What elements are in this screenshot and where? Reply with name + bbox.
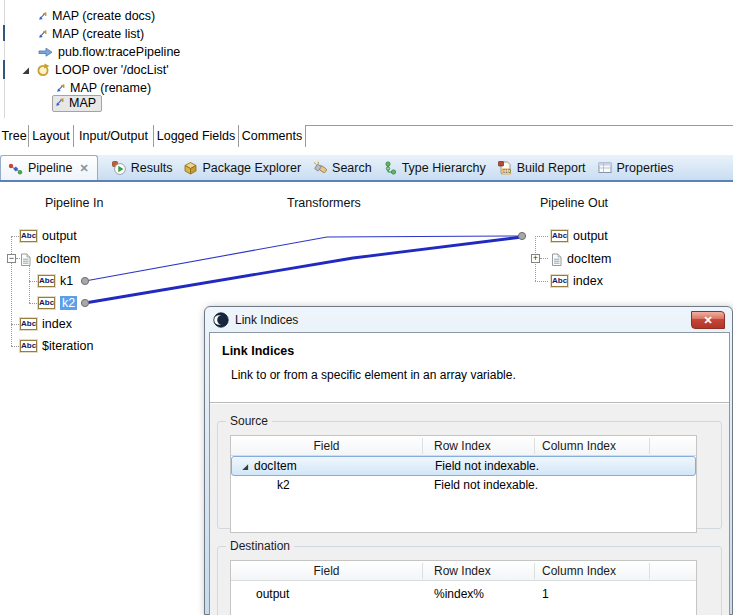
link-endpoint-output[interactable] [518,232,525,239]
type-hierarchy-icon [384,161,397,175]
column-header-row-index[interactable]: Row Index [434,561,491,581]
flow-step-trace-pipeline[interactable]: pub.flow:tracePipeline [38,43,180,61]
expanded-triangle-icon[interactable] [241,463,249,471]
tree-connector [540,258,548,259]
source-table: Field Row Index Column Index docItem Fie… [230,435,697,533]
close-icon[interactable]: ✕ [77,162,88,175]
source-table-header: Field Row Index Column Index [231,436,696,456]
flow-step-label: pub.flow:tracePipeline [58,45,180,59]
expand-plus-box[interactable]: + [531,254,540,263]
field-label: output [573,229,608,243]
pipeline-in-row-k2-selected[interactable]: Abc k2 [38,295,77,311]
table-empty-space [231,605,696,615]
package-explorer-icon [184,161,197,175]
document-icon [20,253,31,266]
flow-step-map-selected[interactable]: MAP [52,94,102,112]
tab-comments[interactable]: Comments [239,125,306,147]
tree-connector [535,236,548,237]
column-separator[interactable] [534,438,535,454]
column-header-field[interactable]: Field [231,561,422,581]
dialog-description: Link to or from a specific element in an… [231,368,516,382]
flow-editor-tree: MAP (create docs) MAP (create list) pub.… [0,0,733,125]
expanded-triangle-icon[interactable] [21,66,30,75]
field-label: k1 [60,274,73,288]
tab-results[interactable]: Results [106,155,179,180]
link-line-k2-output-selected[interactable] [85,237,522,303]
tab-build-report[interactable]: Build Report [492,155,592,180]
table-empty-space [231,496,696,532]
column-header-pipeline-out: Pipeline Out [540,196,608,210]
string-abc-icon: Abc [551,275,568,287]
string-abc-icon: Abc [20,230,37,242]
collapse-minus-box[interactable]: − [7,254,16,263]
pipeline-in-row-k1[interactable]: Abc k1 [38,273,73,289]
pipeline-out-row-index[interactable]: Abc index [551,273,603,289]
destination-row-output[interactable]: output %index% 1 [231,581,696,605]
results-icon [112,161,126,175]
destination-table-header: Field Row Index Column Index [231,561,696,581]
editor-margin-ruler [4,0,5,118]
string-abc-icon: Abc [20,318,37,330]
column-separator[interactable] [422,438,423,454]
column-header-transformers: Transformers [287,196,361,210]
destination-group-label: Destination [226,539,294,553]
margin-mark [3,25,5,41]
link-line-k1-output[interactable] [85,236,522,281]
dialog-header: Link Indices Link to or from a specific … [210,333,729,403]
destination-group: Destination Field Row Index Column Index… [217,546,722,615]
flow-step-label: MAP (rename) [70,81,151,95]
cell-row-index: %index% [434,585,484,605]
flow-step-label: MAP (create list) [52,27,144,41]
tab-label: Logged Fields [157,129,236,143]
column-header-column-index[interactable]: Column Index [542,561,616,581]
tab-input-output[interactable]: Input/Output [74,125,154,147]
tab-properties[interactable]: Properties [592,155,680,180]
pipeline-in-row-docitem[interactable]: docItem [20,251,80,267]
tab-label: Package Explorer [202,161,301,175]
source-group-label: Source [226,414,272,428]
source-group: Source Field Row Index Column Index docI… [217,421,722,529]
flow-step-map-create-docs[interactable]: MAP (create docs) [38,7,155,25]
string-abc-icon: Abc [38,275,55,287]
tab-tree[interactable]: Tree [0,125,29,147]
tab-label: Properties [617,161,674,175]
link-endpoint-k1[interactable] [81,277,88,284]
tree-connector [11,324,19,325]
tab-layout[interactable]: Layout [29,125,74,147]
pipeline-in-row-output[interactable]: Abc output [20,228,77,244]
view-tab-bar: Pipeline ✕ Results Package Explorer Sear… [0,155,733,182]
column-separator[interactable] [534,563,535,579]
pipeline-in-row-index[interactable]: Abc index [20,316,72,332]
tree-connector [535,281,548,282]
source-row-k2[interactable]: k2 Field not indexable. [231,476,696,496]
destination-table: Field Row Index Column Index output %ind… [230,560,697,615]
dialog-titlebar[interactable]: Link Indices [205,307,732,332]
pipeline-out-row-docitem[interactable]: docItem [551,251,611,267]
pipeline-icon [8,162,23,175]
tree-connector [11,346,19,347]
tab-search[interactable]: Search [307,155,378,180]
close-button[interactable]: ✕ [691,311,725,329]
pipeline-out-row-output[interactable]: Abc output [551,228,608,244]
pipeline-in-row-iteration[interactable]: Abc $iteration [20,338,93,354]
column-separator[interactable] [649,563,650,579]
column-separator[interactable] [422,563,423,579]
field-label: docItem [567,252,611,266]
column-header-row-index[interactable]: Row Index [434,436,491,456]
tab-type-hierarchy[interactable]: Type Hierarchy [378,155,492,180]
column-header-column-index[interactable]: Column Index [542,436,616,456]
tab-logged-fields[interactable]: Logged Fields [154,125,239,147]
field-label: docItem [36,252,80,266]
column-separator[interactable] [649,438,650,454]
link-endpoint-k2[interactable] [81,299,88,306]
flow-step-label: LOOP over '/docList' [55,63,169,77]
tab-pipeline[interactable]: Pipeline ✕ [0,155,98,180]
column-header-field[interactable]: Field [231,436,422,456]
flow-step-loop[interactable]: LOOP over '/docList' [21,61,169,79]
tab-package-explorer[interactable]: Package Explorer [178,155,307,180]
string-abc-icon: Abc [551,230,568,242]
tab-label: Pipeline [28,161,72,175]
source-row-docitem[interactable]: docItem Field not indexable. [231,456,696,476]
flow-step-map-create-list[interactable]: MAP (create list) [38,25,144,43]
tree-connector [11,236,19,237]
